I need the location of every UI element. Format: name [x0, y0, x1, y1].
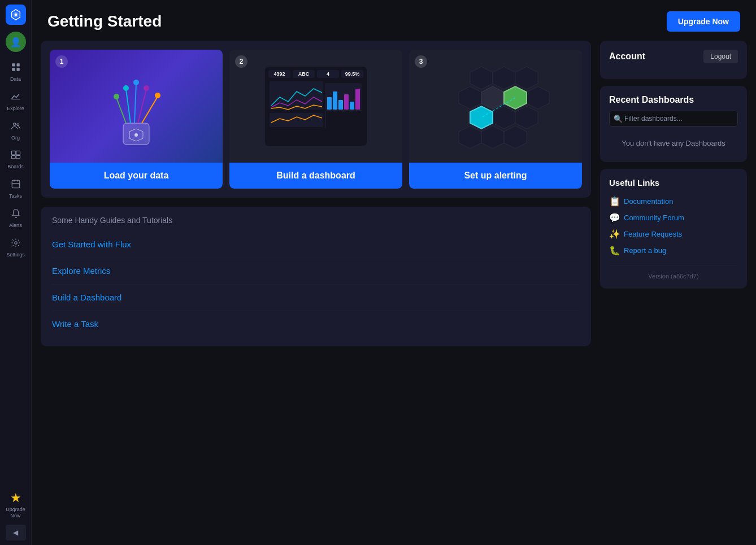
- right-panel: Account Logout Recent Dashboards 🔍 You d…: [600, 41, 747, 536]
- guide-link-1[interactable]: Explore Metrics: [52, 266, 110, 276]
- svg-marker-52: [459, 126, 481, 149]
- community-forum-emoji: 💬: [609, 212, 620, 223]
- svg-point-8: [13, 123, 16, 125]
- guide-item-0[interactable]: Get Started with Flux: [52, 232, 580, 258]
- svg-point-21: [134, 133, 138, 137]
- svg-marker-54: [504, 126, 527, 149]
- guide-link-0[interactable]: Get Started with Flux: [52, 239, 131, 249]
- useful-link-2[interactable]: ✨ Feature Requests: [609, 226, 738, 242]
- stat-value-2: ABC: [295, 71, 312, 77]
- star-icon: ★: [10, 491, 21, 505]
- sidebar: 👤 Data Explore Org Boards Tasks: [0, 0, 32, 545]
- svg-rect-33: [325, 110, 326, 128]
- svg-point-27: [133, 80, 139, 85]
- svg-marker-46: [481, 86, 504, 109]
- svg-marker-48: [527, 86, 549, 109]
- community-forum-link[interactable]: Community Forum: [624, 213, 684, 222]
- svg-marker-43: [493, 67, 515, 89]
- collapse-sidebar-btn[interactable]: ◀: [6, 525, 26, 540]
- svg-point-2: [14, 14, 17, 16]
- version-text: Version (a86c7d7): [609, 265, 738, 280]
- load-data-button[interactable]: Load your data: [50, 163, 223, 189]
- content-wrapper: 1: [32, 41, 756, 545]
- settings-icon: [11, 238, 21, 251]
- svg-rect-40: [355, 89, 360, 110]
- step-card-3: 3: [409, 50, 582, 189]
- stat-value-4: 99.5%: [344, 71, 361, 77]
- svg-rect-37: [338, 100, 343, 110]
- svg-rect-11: [16, 151, 20, 155]
- stat-value-1: 4392: [271, 71, 288, 77]
- sidebar-item-data[interactable]: Data: [2, 59, 29, 86]
- svg-rect-6: [16, 68, 19, 71]
- sidebar-item-alerts-label: Alerts: [9, 223, 22, 229]
- alerting-illustration: [439, 55, 552, 157]
- svg-marker-50: [493, 106, 515, 129]
- guide-link-3[interactable]: Write a Task: [52, 319, 98, 329]
- svg-rect-35: [327, 97, 332, 110]
- sidebar-item-tasks[interactable]: Tasks: [2, 176, 29, 203]
- guide-item-3[interactable]: Write a Task: [52, 311, 580, 337]
- useful-link-0[interactable]: 📋 Documentation: [609, 193, 738, 210]
- load-data-illustration: [91, 58, 181, 154]
- guides-title: Some Handy Guides and Tutorials: [52, 216, 580, 225]
- svg-line-30: [142, 97, 158, 123]
- report-bug-link[interactable]: Report a bug: [624, 246, 666, 255]
- step-number-3: 3: [415, 55, 427, 68]
- sidebar-item-org[interactable]: Org: [2, 117, 29, 145]
- filter-dashboards-input[interactable]: [609, 111, 738, 127]
- stat-value-3: 4: [319, 71, 337, 77]
- upgrade-now-button[interactable]: Upgrade Now: [667, 11, 740, 32]
- dashboard-illustration: 4392 ABC 4 99.5%: [265, 67, 367, 146]
- feature-requests-emoji: ✨: [609, 229, 620, 239]
- alerts-icon: [11, 208, 21, 221]
- svg-marker-42: [470, 67, 493, 89]
- tasks-icon: [11, 179, 21, 192]
- sidebar-item-boards[interactable]: Boards: [2, 146, 29, 173]
- account-panel: Account Logout: [600, 41, 747, 79]
- guide-item-1[interactable]: Explore Metrics: [52, 258, 580, 285]
- upgrade-star-label: UpgradeNow: [6, 507, 25, 519]
- main-section: 1: [41, 41, 591, 536]
- step-number-2: 2: [235, 55, 247, 68]
- sidebar-item-data-label: Data: [10, 76, 21, 82]
- guide-item-2[interactable]: Build a Dashboard: [52, 285, 580, 311]
- svg-rect-10: [11, 151, 15, 155]
- page-title: Getting Started: [47, 12, 162, 30]
- account-panel-header: Account Logout: [609, 50, 738, 63]
- feature-requests-link[interactable]: Feature Requests: [624, 230, 682, 238]
- sidebar-item-boards-label: Boards: [7, 164, 24, 170]
- recent-dashboards-title: Recent Dashboards: [609, 95, 738, 105]
- useful-link-1[interactable]: 💬 Community Forum: [609, 210, 738, 226]
- boards-icon: [11, 150, 21, 163]
- svg-marker-45: [459, 86, 481, 109]
- sidebar-item-explore[interactable]: Explore: [2, 88, 29, 115]
- svg-rect-39: [350, 102, 354, 110]
- sidebar-item-alerts[interactable]: Alerts: [2, 205, 29, 232]
- step-cards-container: 1: [41, 41, 591, 198]
- logout-button[interactable]: Logout: [703, 50, 738, 63]
- svg-point-25: [123, 85, 129, 91]
- documentation-emoji: 📋: [609, 196, 620, 207]
- guide-link-2[interactable]: Build a Dashboard: [52, 293, 121, 302]
- upgrade-star-btn[interactable]: ★ UpgradeNow: [3, 487, 28, 522]
- build-dashboard-button[interactable]: Build a dashboard: [229, 163, 402, 189]
- svg-line-22: [116, 98, 126, 123]
- useful-link-3[interactable]: 🐛 Report a bug: [609, 242, 738, 259]
- guides-section: Some Handy Guides and Tutorials Get Star…: [41, 207, 591, 346]
- user-avatar[interactable]: 👤: [6, 32, 26, 52]
- documentation-link[interactable]: Documentation: [624, 197, 673, 206]
- svg-point-18: [14, 242, 17, 245]
- app-logo[interactable]: [6, 5, 26, 25]
- account-panel-title: Account: [609, 51, 645, 62]
- svg-marker-53: [481, 126, 504, 149]
- step-card-1: 1: [50, 50, 223, 189]
- svg-rect-14: [12, 180, 20, 188]
- set-up-alerting-button[interactable]: Set up alerting: [409, 163, 582, 189]
- svg-line-24: [126, 89, 131, 123]
- sidebar-item-settings[interactable]: Settings: [2, 234, 29, 261]
- svg-marker-51: [515, 106, 538, 129]
- svg-rect-4: [16, 63, 19, 66]
- svg-rect-5: [12, 68, 15, 71]
- search-icon: 🔍: [614, 115, 623, 123]
